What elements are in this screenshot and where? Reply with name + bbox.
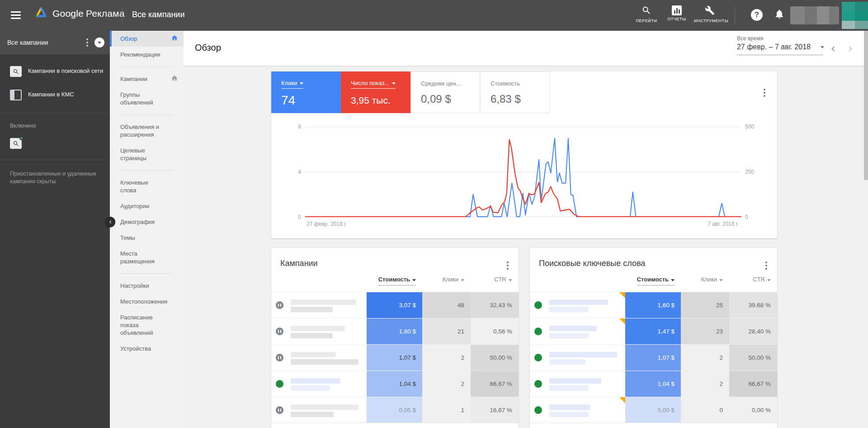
reports-button[interactable]: ОТЧЕТЫ bbox=[661, 5, 693, 21]
account-info-redacted bbox=[790, 6, 839, 24]
scrollbar-thumb[interactable] bbox=[864, 31, 868, 180]
nav-item-topics[interactable]: Темы bbox=[110, 230, 184, 246]
chevron-down-icon bbox=[392, 82, 396, 85]
cost-cell: 0,05 $ bbox=[367, 397, 422, 423]
collapse-account-icon[interactable] bbox=[94, 38, 104, 48]
table-header: Стоимость Клики CTR bbox=[530, 276, 777, 292]
time-series-chart[interactable] bbox=[305, 127, 741, 217]
campaign-selector-header[interactable]: Все кампании bbox=[0, 31, 110, 54]
column-header-cost[interactable]: Стоимость bbox=[367, 276, 416, 285]
enabled-section-label: Включено bbox=[0, 116, 110, 132]
nav-divider bbox=[120, 114, 173, 115]
table-row[interactable]: 0,00 $ 0 0,00 % bbox=[530, 397, 777, 423]
nav-item-landing-pages[interactable]: Целевые страницы bbox=[110, 143, 164, 166]
nav-item-ads-extensions[interactable]: Объявления и расширения bbox=[110, 119, 173, 143]
card-more-options-icon[interactable] bbox=[764, 260, 769, 271]
cost-cell: 1,04 $ bbox=[367, 371, 422, 397]
more-options-icon[interactable] bbox=[85, 37, 90, 48]
date-next-button[interactable] bbox=[847, 46, 852, 51]
date-range-selector[interactable]: Все время 27 февр. – 7 авг. 2018 bbox=[737, 35, 824, 55]
sidebar-divider bbox=[0, 113, 110, 114]
card-title: Кампании bbox=[280, 259, 318, 268]
sidebar-item-search-campaigns[interactable]: Кампании в поисковой сети bbox=[0, 60, 110, 83]
name-redacted bbox=[549, 352, 617, 366]
nav-item-settings[interactable]: Настройки bbox=[110, 278, 184, 294]
metric-impressions[interactable]: Число показ... 3,95 тыс. bbox=[341, 71, 410, 113]
ctr-cell: 32,43 % bbox=[471, 292, 519, 318]
x-axis-start-label: 27 февр. 2018 г. bbox=[307, 221, 347, 227]
column-header-cost[interactable]: Стоимость bbox=[625, 276, 675, 285]
table-row[interactable]: 3,07 $ 48 32,43 % bbox=[271, 292, 519, 318]
row-name-cell bbox=[530, 345, 625, 371]
sidebar-item-display-campaigns[interactable]: Кампании в КМС bbox=[0, 83, 110, 107]
status-icon bbox=[534, 354, 542, 361]
clicks-cell: 25 bbox=[681, 292, 729, 318]
nav-item-devices[interactable]: Устройства bbox=[110, 341, 184, 357]
card-more-options-icon[interactable] bbox=[505, 260, 510, 271]
table-row[interactable]: 1,04 $ 2 66,67 % bbox=[271, 371, 519, 397]
table-row[interactable]: 0,05 $ 1 16,67 % bbox=[271, 397, 519, 423]
column-header-clicks[interactable]: Клики bbox=[681, 276, 723, 285]
card-title: Поисковые ключевые слова bbox=[539, 259, 645, 268]
bar-chart-icon bbox=[672, 5, 682, 15]
nav-item-placements[interactable]: Места размещения bbox=[110, 246, 164, 269]
nav-divider bbox=[120, 67, 173, 67]
tools-button[interactable]: ИНСТРУМЕНТЫ bbox=[694, 5, 726, 23]
y-right-tick: 250 bbox=[745, 169, 754, 175]
nav-item-overview[interactable]: Обзор bbox=[110, 31, 184, 47]
y-right-tick: 0 bbox=[745, 214, 748, 220]
section-nav: Обзор Рекомендации Кампании Группы объяв… bbox=[110, 31, 184, 428]
table-row[interactable]: 1,47 $ 23 28,40 % bbox=[530, 318, 777, 344]
column-header-ctr[interactable]: CTR bbox=[471, 276, 512, 285]
sidebar-item-enabled-campaign[interactable] bbox=[0, 132, 110, 155]
nav-item-locations[interactable]: Местоположения bbox=[110, 294, 184, 309]
keywords-card: Поисковые ключевые слова Стоимость Клики… bbox=[530, 248, 777, 428]
topbar: GoogleРеклама Все кампании ПЕРЕЙТИ ОТЧЕТ… bbox=[0, 0, 868, 31]
display-campaign-icon bbox=[10, 90, 22, 100]
table-row[interactable]: 1,60 $ 25 39,68 % bbox=[530, 292, 777, 318]
column-header-clicks[interactable]: Клики bbox=[422, 276, 464, 285]
nav-item-ad-groups[interactable]: Группы объявлений bbox=[110, 87, 164, 110]
status-icon bbox=[276, 380, 283, 388]
table-row[interactable]: 1,60 $ 21 0,56 % bbox=[271, 318, 519, 344]
cost-cell: 1,47 $ bbox=[625, 319, 681, 344]
avatar[interactable] bbox=[842, 2, 868, 29]
clicks-cell: 23 bbox=[681, 319, 729, 344]
ctr-cell: 0,00 % bbox=[729, 397, 777, 423]
table-row[interactable]: 1,07 $ 2 50,00 % bbox=[530, 344, 777, 371]
name-redacted bbox=[291, 326, 359, 340]
help-icon[interactable]: ? bbox=[751, 9, 763, 21]
metric-clicks[interactable]: Клики 74 bbox=[271, 71, 341, 113]
metric-cost[interactable]: Стоимость 6,83 $ bbox=[480, 71, 550, 113]
nav-divider bbox=[120, 170, 173, 171]
table-row[interactable]: 1,04 $ 2 66,67 % bbox=[530, 371, 777, 397]
date-range-value: 27 февр. – 7 авг. 2018 bbox=[737, 43, 824, 51]
nav-item-keywords[interactable]: Ключевые слова bbox=[110, 175, 164, 198]
series-clicks bbox=[305, 138, 741, 217]
date-prev-button[interactable] bbox=[831, 46, 836, 51]
column-header-ctr[interactable]: CTR bbox=[729, 276, 771, 285]
goto-button[interactable]: ПЕРЕЙТИ bbox=[631, 5, 662, 23]
collapse-nav-icon[interactable] bbox=[105, 217, 115, 227]
table-row[interactable]: 1,07 $ 2 50,00 % bbox=[271, 344, 519, 371]
row-name-cell bbox=[271, 345, 367, 371]
google-ads-logo[interactable]: GoogleРеклама bbox=[34, 6, 125, 21]
metric-impressions-value: 3,95 тыс. bbox=[351, 95, 410, 106]
scrollbar[interactable] bbox=[864, 31, 868, 428]
sidebar-divider bbox=[0, 160, 110, 160]
nav-item-recommendations[interactable]: Рекомендации bbox=[110, 47, 184, 62]
chart-more-options-icon[interactable] bbox=[762, 87, 767, 99]
menu-icon[interactable] bbox=[11, 11, 21, 19]
notifications-bell-icon[interactable] bbox=[774, 9, 785, 21]
nav-item-ad-schedule[interactable]: Расписание показа объявлений bbox=[110, 309, 166, 341]
overview-chart-card: Клики 74 Число показ... 3,95 тыс. Средня… bbox=[271, 71, 777, 238]
nav-item-demographics[interactable]: Демография bbox=[110, 214, 184, 230]
topbar-title: Все кампании bbox=[132, 10, 184, 19]
metric-avg-cpc-value: 0,09 $ bbox=[421, 93, 480, 105]
row-name-cell bbox=[530, 292, 625, 318]
nav-item-campaigns[interactable]: Кампании bbox=[110, 71, 184, 87]
nav-item-audiences[interactable]: Аудитории bbox=[110, 198, 184, 214]
clicks-cell: 2 bbox=[422, 345, 471, 371]
metric-avg-cpc[interactable]: Средняя цен... 0,09 $ bbox=[410, 71, 480, 113]
search-icon bbox=[642, 5, 651, 17]
